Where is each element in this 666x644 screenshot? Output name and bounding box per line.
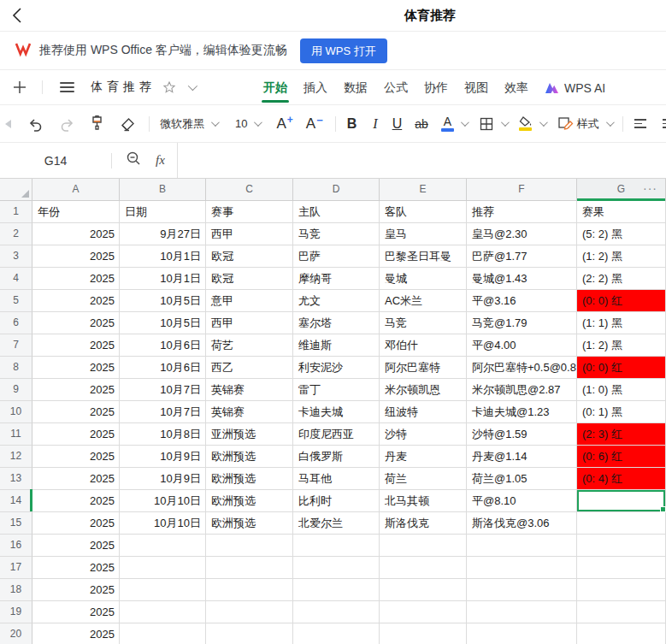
row-header-14[interactable]: 14	[0, 490, 32, 512]
grid-cell[interactable]: 2025	[32, 601, 120, 623]
grid-cell[interactable]: 尤文	[293, 290, 380, 312]
grid-cell[interactable]: 白俄罗斯	[293, 446, 380, 468]
row-header-10[interactable]: 10	[0, 401, 32, 423]
grid-cell[interactable]	[206, 579, 293, 601]
grid-cell[interactable]: 10月8日	[120, 423, 206, 446]
column-header-E[interactable]: E	[380, 179, 467, 200]
grid-cell[interactable]: 2025	[32, 512, 120, 535]
column-header-G[interactable]: G···	[577, 179, 666, 200]
grid-cell[interactable]: 马竞	[380, 312, 467, 334]
row-header-5[interactable]: 5	[0, 290, 32, 312]
row-header-8[interactable]: 8	[0, 357, 32, 379]
grid-cell[interactable]	[577, 579, 666, 601]
favorite-star-icon[interactable]	[162, 80, 176, 94]
grid-cell[interactable]: 赛事	[206, 201, 293, 223]
bold-button[interactable]: B	[347, 116, 357, 132]
grid-cell[interactable]: 阿尔巴塞特+0.5@0.8	[467, 357, 577, 379]
grid-cell[interactable]: 巴黎圣日耳曼	[380, 245, 467, 268]
grid-cell[interactable]: 2025	[32, 379, 120, 401]
grid-cell[interactable]: 西甲	[206, 223, 293, 245]
grid-cell[interactable]: 马耳他	[293, 468, 380, 490]
italic-button[interactable]: I	[373, 116, 377, 132]
grid-cell[interactable]: (0: 4) 红	[577, 468, 666, 490]
select-all-corner[interactable]	[0, 179, 32, 200]
align-left-icon[interactable]	[634, 119, 646, 128]
fx-icon[interactable]: fx	[156, 153, 165, 168]
grid-cell[interactable]: (0: 0) 红	[577, 357, 666, 379]
grid-cell[interactable]: 平@4.00	[467, 334, 577, 357]
undo-icon[interactable]	[27, 115, 44, 133]
grid-cell[interactable]: (2: 2) 黑	[577, 268, 666, 290]
grid-cell[interactable]: 沙特	[380, 423, 467, 446]
grid-cell[interactable]: 北爱尔兰	[293, 512, 380, 535]
grid-cell[interactable]: 推荐	[467, 201, 577, 223]
grid-cell[interactable]: 10月7日	[120, 379, 206, 401]
grid-cell[interactable]: (0: 1) 黑	[577, 401, 666, 423]
grid-cell[interactable]	[206, 601, 293, 623]
grid-cell[interactable]	[380, 557, 467, 579]
cell-style-button[interactable]: 样式	[557, 115, 612, 132]
grid-cell[interactable]	[293, 623, 380, 644]
grid-cell[interactable]: 米尔顿凯恩	[380, 379, 467, 401]
grid-cell[interactable]: (1: 1) 黑	[577, 312, 666, 334]
grid-cell[interactable]: 沙特@1.59	[467, 423, 577, 446]
tab-公式[interactable]: 公式	[384, 70, 408, 105]
grid-cell[interactable]	[120, 579, 206, 601]
grid-cell[interactable]: 10月9日	[120, 446, 206, 468]
increase-font-icon[interactable]: A+	[276, 115, 292, 133]
grid-cell[interactable]	[206, 535, 293, 557]
grid-cell[interactable]: 9月27日	[120, 223, 206, 245]
grid-cell[interactable]: 2025	[32, 268, 120, 290]
tab-开始[interactable]: 开始	[263, 70, 287, 105]
grid-cell[interactable]	[577, 512, 666, 535]
grid-cell[interactable]: 2025	[32, 357, 120, 379]
grid-cell[interactable]: 平@8.10	[467, 490, 577, 512]
grid-cell[interactable]: 2025	[32, 423, 120, 446]
grid-cell[interactable]: 丹麦@1.14	[467, 446, 577, 468]
tab-数据[interactable]: 数据	[344, 70, 368, 105]
row-header-7[interactable]: 7	[0, 334, 32, 357]
grid-cell[interactable]: 曼城@1.43	[467, 268, 577, 290]
grid-cell[interactable]: 塞尔塔	[293, 312, 380, 334]
grid-cell[interactable]	[120, 601, 206, 623]
grid-cell[interactable]: (5: 2) 黑	[577, 223, 666, 245]
row-header-4[interactable]: 4	[0, 268, 32, 290]
grid-cell[interactable]: 2025	[32, 446, 120, 468]
grid-cell[interactable]: 10月1日	[120, 245, 206, 268]
grid-cell[interactable]: 欧洲预选	[206, 512, 293, 535]
grid-cell[interactable]: 客队	[380, 201, 467, 223]
tab-协作[interactable]: 协作	[424, 70, 448, 105]
grid-cell[interactable]: 斯洛伐克@3.06	[467, 512, 577, 535]
selected-cell-G14[interactable]	[577, 490, 666, 512]
grid-cell[interactable]	[467, 601, 577, 623]
grid-cell[interactable]: 维迪斯	[293, 334, 380, 357]
grid-cell[interactable]	[293, 535, 380, 557]
menu-hamburger-icon[interactable]	[60, 82, 74, 92]
grid-cell[interactable]: (0: 6) 红	[577, 446, 666, 468]
grid-cell[interactable]: 比利时	[293, 490, 380, 512]
grid-cell[interactable]	[577, 623, 666, 644]
grid-cell[interactable]: 摩纳哥	[293, 268, 380, 290]
grid-cell[interactable]: 阿尔巴塞特	[380, 357, 467, 379]
grid-cell[interactable]: 10月7日	[120, 401, 206, 423]
grid-cell[interactable]	[467, 623, 577, 644]
row-header-1[interactable]: 1	[0, 201, 32, 223]
grid-cell[interactable]: 2025	[32, 490, 120, 512]
grid-cell[interactable]: 利安泥沙	[293, 357, 380, 379]
grid-cell[interactable]	[293, 601, 380, 623]
grid-cell[interactable]: 荷兰@1.05	[467, 468, 577, 490]
grid-cell[interactable]: 2025	[32, 557, 120, 579]
grid-cell[interactable]	[577, 535, 666, 557]
row-header-17[interactable]: 17	[0, 557, 32, 579]
grid-cell[interactable]: (1: 2) 黑	[577, 334, 666, 357]
grid-cell[interactable]: 10月6日	[120, 357, 206, 379]
row-header-13[interactable]: 13	[0, 468, 32, 490]
grid-cell[interactable]: 2025	[32, 334, 120, 357]
borders-button[interactable]	[479, 116, 507, 132]
fill-color-button[interactable]	[519, 116, 545, 131]
grid-cell[interactable]: 巴萨@1.77	[467, 245, 577, 268]
grid-cell[interactable]: 马竞	[293, 223, 380, 245]
more-columns-icon[interactable]: ···	[643, 178, 657, 199]
grid-cell[interactable]: (1: 2) 黑	[577, 245, 666, 268]
grid-cell[interactable]: 2025	[32, 401, 120, 423]
